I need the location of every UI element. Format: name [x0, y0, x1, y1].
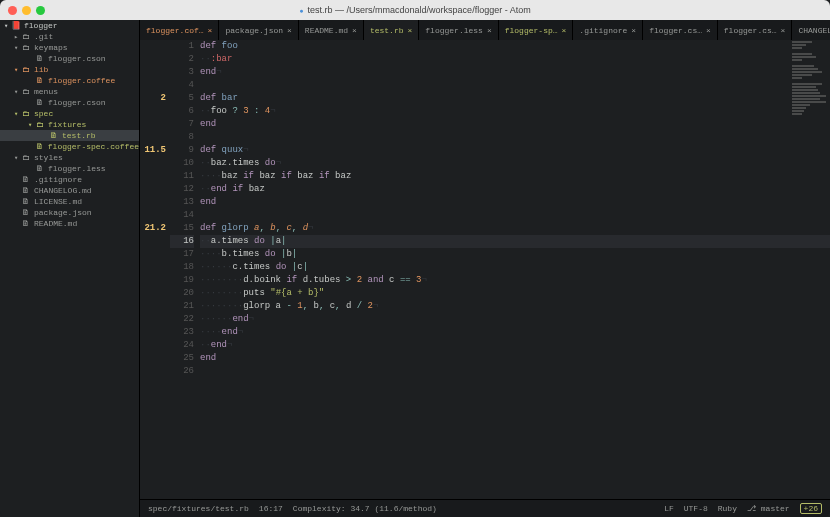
tab[interactable]: .gitignore×: [573, 20, 643, 40]
tree-label: .git: [34, 32, 53, 41]
titlebar[interactable]: test.rb — /Users/mmacdonald/workspace/fl…: [0, 0, 830, 20]
tree-item[interactable]: 🗎flogger.coffee: [0, 75, 139, 86]
tab-label: flogger.less: [425, 26, 483, 35]
tree-label: flogger-spec.coffee: [48, 142, 139, 151]
status-grammar[interactable]: Ruby: [718, 504, 737, 513]
tree-label: spec: [34, 109, 53, 118]
tab[interactable]: flogger-sp…×: [499, 20, 574, 40]
tree-root[interactable]: ▾ 📕 flogger: [0, 20, 139, 31]
file-icon: 🗎: [34, 98, 46, 107]
tree-item[interactable]: 🗎LICENSE.md: [0, 196, 139, 207]
maximize-icon[interactable]: [36, 6, 45, 15]
chevron-icon: ▾: [12, 110, 20, 118]
chevron-icon: ▸: [12, 33, 20, 41]
editor[interactable]: 211.521.2 123456789101112131415161718192…: [140, 40, 830, 499]
tree-label: test.rb: [62, 131, 96, 140]
tree-item[interactable]: ▾🗀lib: [0, 64, 139, 75]
file-tree[interactable]: ▾ 📕 flogger ▸🗀.git▾🗀keymaps🗎flogger.cson…: [0, 20, 140, 517]
tab-label: .gitignore: [579, 26, 627, 35]
root-label: flogger: [24, 21, 58, 30]
tab[interactable]: flogger.cof…×: [140, 20, 219, 40]
close-icon[interactable]: ×: [208, 26, 213, 35]
file-icon: 🗎: [20, 197, 32, 206]
editor-window: test.rb — /Users/mmacdonald/workspace/fl…: [0, 0, 830, 517]
tab[interactable]: README.md×: [299, 20, 364, 40]
chevron-icon: ▾: [26, 121, 34, 129]
close-icon[interactable]: ×: [487, 26, 492, 35]
close-icon[interactable]: ×: [562, 26, 567, 35]
close-icon[interactable]: ×: [706, 26, 711, 35]
tree-label: package.json: [34, 208, 92, 217]
file-icon: 🗀: [20, 43, 32, 52]
file-icon: 🗎: [34, 76, 46, 85]
close-icon[interactable]: ×: [407, 26, 412, 35]
tab[interactable]: flogger.less×: [419, 20, 498, 40]
tab-label: flogger.cof…: [146, 26, 204, 35]
file-icon: 🗎: [20, 208, 32, 217]
tree-item[interactable]: 🗎CHANGELOG.md: [0, 185, 139, 196]
tree-item[interactable]: 🗎flogger.cson: [0, 53, 139, 64]
tree-item[interactable]: ▾🗀spec: [0, 108, 139, 119]
tab-label: package.json: [225, 26, 283, 35]
tree-item[interactable]: ▸🗀.git: [0, 31, 139, 42]
tab[interactable]: test.rb×: [364, 20, 419, 40]
status-complexity: Complexity: 34.7 (11.6/method): [293, 504, 437, 513]
tab-label: flogger-sp…: [505, 26, 558, 35]
file-icon: 🗎: [20, 219, 32, 228]
tree-item[interactable]: ▾🗀menus: [0, 86, 139, 97]
tree-item[interactable]: 🗎.gitignore: [0, 174, 139, 185]
tree-item[interactable]: 🗎flogger.less: [0, 163, 139, 174]
status-eol[interactable]: LF: [664, 504, 674, 513]
tree-item[interactable]: 🗎flogger-spec.coffee: [0, 141, 139, 152]
close-icon[interactable]: ×: [631, 26, 636, 35]
file-icon: 🗀: [34, 120, 46, 129]
chevron-icon: ▾: [12, 66, 20, 74]
tab-label: flogger.cs…: [724, 26, 777, 35]
minimize-icon[interactable]: [22, 6, 31, 15]
tree-item[interactable]: ▾🗀fixtures: [0, 119, 139, 130]
status-branch[interactable]: ⎇ master: [747, 504, 790, 513]
file-icon: 🗀: [20, 109, 32, 118]
status-encoding[interactable]: UTF-8: [684, 504, 708, 513]
status-git[interactable]: +26: [800, 503, 822, 514]
close-icon[interactable]: ×: [287, 26, 292, 35]
complexity-gutter: 211.521.2: [140, 40, 170, 499]
status-path[interactable]: spec/fixtures/test.rb: [148, 504, 249, 513]
file-icon: 🗎: [34, 54, 46, 63]
tree-label: LICENSE.md: [34, 197, 82, 206]
tab[interactable]: package.json×: [219, 20, 298, 40]
tree-item[interactable]: 🗎flogger.cson: [0, 97, 139, 108]
tab[interactable]: flogger.cs…×: [643, 20, 718, 40]
file-icon: 🗎: [20, 175, 32, 184]
file-icon: 🗎: [20, 186, 32, 195]
tree-item[interactable]: ▾🗀styles: [0, 152, 139, 163]
tree-item[interactable]: 🗎README.md: [0, 218, 139, 229]
status-cursor[interactable]: 16:17: [259, 504, 283, 513]
minimap[interactable]: [790, 40, 830, 180]
tab[interactable]: CHANGEL…×: [792, 20, 830, 40]
tab-bar[interactable]: flogger.cof…×package.json×README.md×test…: [140, 20, 830, 40]
tree-label: flogger.coffee: [48, 76, 115, 85]
tree-label: keymaps: [34, 43, 68, 52]
code-area[interactable]: def foo··:barend¬def bar··foo ? 3 : 4¬en…: [200, 40, 830, 499]
tree-item[interactable]: ▾🗀keymaps: [0, 42, 139, 53]
tree-label: fixtures: [48, 120, 86, 129]
chevron-down-icon: ▾: [2, 22, 10, 30]
window-title: test.rb — /Users/mmacdonald/workspace/fl…: [299, 5, 530, 15]
status-bar: spec/fixtures/test.rb 16:17 Complexity: …: [140, 499, 830, 517]
close-icon[interactable]: ×: [352, 26, 357, 35]
tab-label: test.rb: [370, 26, 404, 35]
chevron-icon: ▾: [12, 44, 20, 52]
tree-label: README.md: [34, 219, 77, 228]
line-gutter[interactable]: 1234567891011121314151617181920212223242…: [170, 40, 200, 499]
tab[interactable]: flogger.cs…×: [718, 20, 793, 40]
tree-item[interactable]: 🗎test.rb: [0, 130, 139, 141]
tree-item[interactable]: 🗎package.json: [0, 207, 139, 218]
file-icon: 🗀: [20, 65, 32, 74]
tab-label: README.md: [305, 26, 348, 35]
file-icon: 🗎: [34, 164, 46, 173]
close-icon[interactable]: [8, 6, 17, 15]
file-icon: 🗀: [20, 153, 32, 162]
tree-label: flogger.cson: [48, 98, 106, 107]
close-icon[interactable]: ×: [781, 26, 786, 35]
